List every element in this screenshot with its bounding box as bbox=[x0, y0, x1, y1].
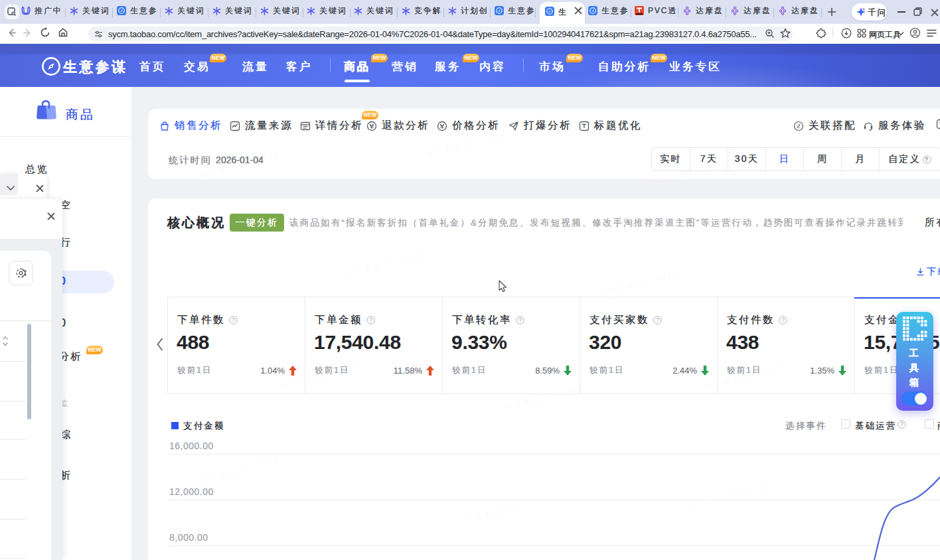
svg-text:?: ? bbox=[900, 421, 903, 427]
svg-text:?: ? bbox=[518, 316, 522, 323]
svg-text:?: ? bbox=[925, 156, 929, 163]
svg-text:?: ? bbox=[781, 316, 785, 323]
svg-text:?: ? bbox=[369, 316, 372, 323]
svg-text:?: ? bbox=[656, 316, 659, 323]
svg-text:?: ? bbox=[232, 316, 235, 323]
